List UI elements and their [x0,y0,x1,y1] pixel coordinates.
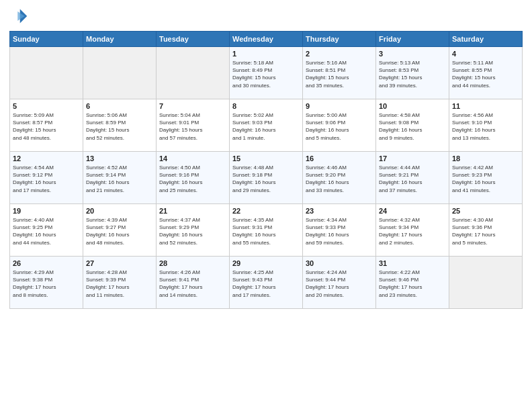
cell-content: Sunrise: 4:48 AM Sunset: 9:18 PM Dayligh… [232,164,300,194]
calendar-cell: 19Sunrise: 4:40 AM Sunset: 9:25 PM Dayli… [10,204,83,257]
calendar-cell: 25Sunrise: 4:30 AM Sunset: 9:36 PM Dayli… [449,204,523,257]
calendar-cell: 21Sunrise: 4:37 AM Sunset: 9:29 PM Dayli… [157,204,230,257]
day-number: 5 [13,102,80,110]
cell-content: Sunrise: 5:13 AM Sunset: 8:53 PM Dayligh… [379,59,446,89]
day-number: 9 [306,102,373,110]
cell-content: Sunrise: 4:46 AM Sunset: 9:20 PM Dayligh… [306,164,373,194]
page-header [9,7,523,26]
calendar-cell: 17Sunrise: 4:44 AM Sunset: 9:21 PM Dayli… [376,152,449,204]
day-number: 26 [13,259,80,267]
logo-icon [9,7,28,26]
day-header: Sunday [10,32,83,47]
calendar-cell: 22Sunrise: 4:35 AM Sunset: 9:31 PM Dayli… [230,204,303,257]
calendar-cell: 4Sunrise: 5:11 AM Sunset: 8:55 PM Daylig… [449,47,523,99]
header-row: SundayMondayTuesdayWednesdayThursdayFrid… [10,32,523,47]
logo [9,7,31,26]
day-number: 23 [306,207,373,215]
day-number: 27 [86,259,153,267]
calendar-cell: 1Sunrise: 5:18 AM Sunset: 8:49 PM Daylig… [230,47,303,99]
day-number: 4 [452,50,519,58]
cell-content: Sunrise: 4:37 AM Sunset: 9:29 PM Dayligh… [159,216,226,246]
day-number: 28 [159,259,226,267]
calendar-cell: 23Sunrise: 4:34 AM Sunset: 9:33 PM Dayli… [303,204,376,257]
day-number: 1 [232,50,300,58]
cell-content: Sunrise: 5:11 AM Sunset: 8:55 PM Dayligh… [452,59,519,89]
cell-content: Sunrise: 5:16 AM Sunset: 8:51 PM Dayligh… [306,59,373,89]
cell-content: Sunrise: 4:26 AM Sunset: 9:41 PM Dayligh… [159,269,226,299]
cell-content: Sunrise: 4:56 AM Sunset: 9:10 PM Dayligh… [452,111,519,142]
cell-content: Sunrise: 4:24 AM Sunset: 9:44 PM Dayligh… [306,269,373,299]
day-number: 24 [379,207,446,215]
calendar-cell: 26Sunrise: 4:29 AM Sunset: 9:38 PM Dayli… [10,257,83,309]
day-header: Wednesday [230,32,303,47]
calendar-cell: 24Sunrise: 4:32 AM Sunset: 9:34 PM Dayli… [376,204,449,257]
day-number: 19 [13,207,80,215]
cell-content: Sunrise: 4:54 AM Sunset: 9:12 PM Dayligh… [13,164,80,194]
calendar-week: 12Sunrise: 4:54 AM Sunset: 9:12 PM Dayli… [10,152,523,204]
day-number: 25 [452,207,519,215]
cell-content: Sunrise: 5:09 AM Sunset: 8:57 PM Dayligh… [13,111,80,142]
calendar-week: 19Sunrise: 4:40 AM Sunset: 9:25 PM Dayli… [10,204,523,257]
calendar-cell: 15Sunrise: 4:48 AM Sunset: 9:18 PM Dayli… [230,152,303,204]
calendar-week: 5Sunrise: 5:09 AM Sunset: 8:57 PM Daylig… [10,99,523,152]
day-number: 17 [379,154,446,163]
cell-content: Sunrise: 4:25 AM Sunset: 9:43 PM Dayligh… [232,269,300,299]
day-header: Monday [83,32,157,47]
cell-content: Sunrise: 4:32 AM Sunset: 9:34 PM Dayligh… [379,216,446,246]
calendar-cell: 10Sunrise: 4:58 AM Sunset: 9:08 PM Dayli… [376,99,449,152]
calendar-cell: 20Sunrise: 4:39 AM Sunset: 9:27 PM Dayli… [83,204,157,257]
day-number: 15 [232,154,300,163]
day-number: 3 [379,50,446,58]
calendar-cell: 9Sunrise: 5:00 AM Sunset: 9:06 PM Daylig… [303,99,376,152]
cell-content: Sunrise: 4:29 AM Sunset: 9:38 PM Dayligh… [13,269,80,299]
cell-content: Sunrise: 4:22 AM Sunset: 9:46 PM Dayligh… [379,269,446,299]
cell-content: Sunrise: 4:28 AM Sunset: 9:39 PM Dayligh… [86,269,153,299]
cell-content: Sunrise: 4:42 AM Sunset: 9:23 PM Dayligh… [452,164,519,194]
cell-content: Sunrise: 5:06 AM Sunset: 8:59 PM Dayligh… [86,111,153,142]
calendar-cell: 2Sunrise: 5:16 AM Sunset: 8:51 PM Daylig… [303,47,376,99]
day-number: 31 [379,259,446,267]
day-number: 7 [159,102,226,110]
cell-content: Sunrise: 5:00 AM Sunset: 9:06 PM Dayligh… [306,111,373,142]
day-number: 8 [232,102,300,110]
calendar-cell: 13Sunrise: 4:52 AM Sunset: 9:14 PM Dayli… [83,152,157,204]
calendar-cell [10,47,83,99]
calendar-cell: 8Sunrise: 5:02 AM Sunset: 9:03 PM Daylig… [230,99,303,152]
calendar-cell [449,257,523,309]
cell-content: Sunrise: 5:04 AM Sunset: 9:01 PM Dayligh… [159,111,226,142]
day-number: 14 [159,154,226,163]
cell-content: Sunrise: 4:52 AM Sunset: 9:14 PM Dayligh… [86,164,153,194]
calendar-cell: 6Sunrise: 5:06 AM Sunset: 8:59 PM Daylig… [83,99,157,152]
day-number: 13 [86,154,153,163]
day-number: 20 [86,207,153,215]
cell-content: Sunrise: 4:44 AM Sunset: 9:21 PM Dayligh… [379,164,446,194]
calendar-cell: 28Sunrise: 4:26 AM Sunset: 9:41 PM Dayli… [157,257,230,309]
day-number: 2 [306,50,373,58]
calendar-cell: 3Sunrise: 5:13 AM Sunset: 8:53 PM Daylig… [376,47,449,99]
calendar-cell: 12Sunrise: 4:54 AM Sunset: 9:12 PM Dayli… [10,152,83,204]
cell-content: Sunrise: 4:34 AM Sunset: 9:33 PM Dayligh… [306,216,373,246]
calendar-cell: 27Sunrise: 4:28 AM Sunset: 9:39 PM Dayli… [83,257,157,309]
calendar-cell: 30Sunrise: 4:24 AM Sunset: 9:44 PM Dayli… [303,257,376,309]
cell-content: Sunrise: 4:30 AM Sunset: 9:36 PM Dayligh… [452,216,519,246]
calendar-cell: 11Sunrise: 4:56 AM Sunset: 9:10 PM Dayli… [449,99,523,152]
day-number: 16 [306,154,373,163]
day-header: Tuesday [157,32,230,47]
day-header: Friday [376,32,449,47]
calendar-cell [157,47,230,99]
calendar-cell [83,47,157,99]
calendar-week: 26Sunrise: 4:29 AM Sunset: 9:38 PM Dayli… [10,257,523,309]
day-number: 12 [13,154,80,163]
day-number: 11 [452,102,519,110]
cell-content: Sunrise: 4:40 AM Sunset: 9:25 PM Dayligh… [13,216,80,246]
calendar-week: 1Sunrise: 5:18 AM Sunset: 8:49 PM Daylig… [10,47,523,99]
cell-content: Sunrise: 4:39 AM Sunset: 9:27 PM Dayligh… [86,216,153,246]
calendar-cell: 7Sunrise: 5:04 AM Sunset: 9:01 PM Daylig… [157,99,230,152]
day-header: Thursday [303,32,376,47]
calendar-cell: 18Sunrise: 4:42 AM Sunset: 9:23 PM Dayli… [449,152,523,204]
day-number: 30 [306,259,373,267]
day-number: 10 [379,102,446,110]
calendar-cell: 5Sunrise: 5:09 AM Sunset: 8:57 PM Daylig… [10,99,83,152]
calendar-cell: 31Sunrise: 4:22 AM Sunset: 9:46 PM Dayli… [376,257,449,309]
cell-content: Sunrise: 5:18 AM Sunset: 8:49 PM Dayligh… [232,59,300,89]
